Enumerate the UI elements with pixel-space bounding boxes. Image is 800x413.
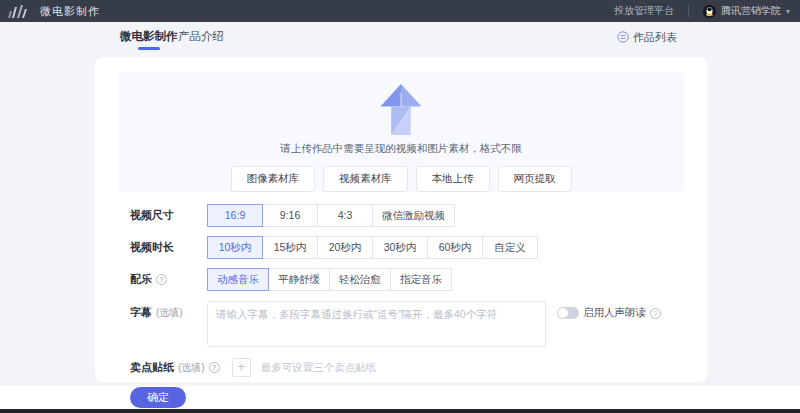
music-label-text: 配乐 <box>130 272 152 287</box>
confirm-button[interactable]: 确定 <box>130 387 186 408</box>
sticker-help-icon[interactable]: ? <box>209 362 220 373</box>
video-duration-label: 视频时长 <box>130 240 207 255</box>
sticker-row: 卖点贴纸 (选填) ? + 最多可设置三个卖点贴纸 <box>130 358 376 377</box>
works-list-label: 作品列表 <box>633 30 677 45</box>
size-option-4-3[interactable]: 4:3 <box>317 204 373 227</box>
upload-source-buttons: 图像素材库 视频素材库 本地上传 网页提取 <box>231 166 572 192</box>
voice-help-icon[interactable]: ? <box>650 308 661 319</box>
sticker-label-text: 卖点贴纸 <box>130 360 174 375</box>
screen: 微电影制作 投放管理平台 腾讯营销学院 ▾ 微电影制作 产品介绍 作品列表 <box>0 0 800 413</box>
video-duration-row: 视频时长 10秒内 15秒内 20秒内 30秒内 60秒内 自定义 <box>130 236 538 259</box>
upload-arrow-icon <box>378 84 424 135</box>
duration-option-60s[interactable]: 60秒内 <box>427 236 483 259</box>
upload-hint: 请上传作品中需要呈现的视频和图片素材，格式不限 <box>280 142 522 156</box>
music-option-calm[interactable]: 平静舒缓 <box>268 268 330 291</box>
list-circle-icon <box>617 31 629 43</box>
upload-dropzone[interactable]: 请上传作品中需要呈现的视频和图片素材，格式不限 图像素材库 视频素材库 本地上传… <box>118 72 684 192</box>
subtitle-label: 字幕 (选填) <box>130 305 207 320</box>
main-card: 请上传作品中需要呈现的视频和图片素材，格式不限 图像素材库 视频素材库 本地上传… <box>95 57 707 382</box>
topbar: 微电影制作 投放管理平台 腾讯营销学院 ▾ <box>0 0 800 22</box>
video-size-options: 16:9 9:16 4:3 微信激励视频 <box>207 204 455 227</box>
size-option-9-16[interactable]: 9:16 <box>262 204 318 227</box>
video-duration-options: 10秒内 15秒内 20秒内 30秒内 60秒内 自定义 <box>207 236 538 259</box>
music-help-icon[interactable]: ? <box>156 274 167 285</box>
local-upload-button[interactable]: 本地上传 <box>416 166 490 192</box>
music-label: 配乐 ? <box>130 272 207 287</box>
subtitle-optional-tag: (选填) <box>156 306 183 320</box>
image-library-button[interactable]: 图像素材库 <box>231 166 316 192</box>
video-size-row: 视频尺寸 16:9 9:16 4:3 微信激励视频 <box>130 204 455 227</box>
duration-option-15s[interactable]: 15秒内 <box>262 236 318 259</box>
music-row: 配乐 ? 动感音乐 平静舒缓 轻松治愈 指定音乐 <box>130 268 452 291</box>
app-title: 微电影制作 <box>40 4 100 19</box>
sticker-label: 卖点贴纸 (选填) ? <box>130 360 220 375</box>
voice-toggle-label: 启用人声朗读 <box>583 306 646 320</box>
tab-micro-film[interactable]: 微电影制作 <box>120 22 178 52</box>
footer-strip <box>0 409 800 413</box>
subtitle-label-text: 字幕 <box>130 305 152 320</box>
brand-stripes-logo-icon <box>8 5 28 18</box>
size-option-16-9[interactable]: 16:9 <box>207 204 263 227</box>
add-sticker-button[interactable]: + <box>232 358 251 377</box>
music-option-relaxed[interactable]: 轻松治愈 <box>329 268 391 291</box>
tabs-row: 微电影制作 产品介绍 作品列表 <box>0 22 800 54</box>
subtitle-row: 字幕 (选填) 启用人声朗读 ? <box>130 301 661 347</box>
works-list-link[interactable]: 作品列表 <box>617 22 677 52</box>
account-name[interactable]: 腾讯营销学院 <box>721 4 781 18</box>
duration-option-30s[interactable]: 30秒内 <box>372 236 428 259</box>
sticker-hint: 最多可设置三个卖点贴纸 <box>261 361 377 375</box>
platform-link[interactable]: 投放管理平台 <box>614 4 674 18</box>
footer-action-bar: 确定 <box>0 386 800 409</box>
voice-toggle-knob <box>558 308 568 318</box>
music-options: 动感音乐 平静舒缓 轻松治愈 指定音乐 <box>207 268 452 291</box>
voice-toggle[interactable] <box>557 307 579 319</box>
subtitle-textarea[interactable] <box>207 301 546 347</box>
duration-option-10s[interactable]: 10秒内 <box>207 236 263 259</box>
video-size-label: 视频尺寸 <box>130 208 207 223</box>
duration-option-20s[interactable]: 20秒内 <box>317 236 373 259</box>
video-library-button[interactable]: 视频素材库 <box>323 166 408 192</box>
size-option-wechat-incentive[interactable]: 微信激励视频 <box>372 204 455 227</box>
duration-option-custom[interactable]: 自定义 <box>482 236 538 259</box>
sticker-optional-tag: (选填) <box>178 361 205 375</box>
tab-product-intro[interactable]: 产品介绍 <box>178 22 224 52</box>
caret-down-icon[interactable]: ▾ <box>786 7 790 16</box>
music-option-dynamic[interactable]: 动感音乐 <box>207 268 269 291</box>
topbar-divider <box>688 5 689 17</box>
avatar[interactable] <box>703 5 716 18</box>
webpage-extract-button[interactable]: 网页提取 <box>498 166 572 192</box>
music-option-specified[interactable]: 指定音乐 <box>390 268 452 291</box>
voice-toggle-block: 启用人声朗读 ? <box>557 306 661 320</box>
